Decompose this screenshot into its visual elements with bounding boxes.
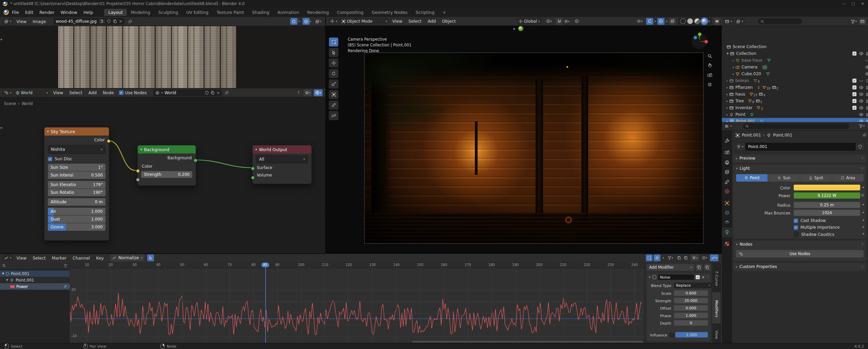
multiple-importance-checkbox[interactable]: ✓ [794, 225, 798, 230]
animate-color-dot[interactable] [863, 187, 864, 188]
workspace-tab-shading[interactable]: Shading [248, 9, 273, 16]
gizmo-z-dot[interactable] [694, 36, 697, 39]
parent-node-tree-icon[interactable]: ↑ [297, 90, 300, 95]
shading-dropdown[interactable]: ▾ [709, 20, 710, 23]
strength-input-socket[interactable] [136, 178, 140, 182]
menu-node[interactable]: Node [100, 90, 117, 95]
ozone-slider[interactable]: Ozone3.000 [48, 223, 105, 231]
pin-icon[interactable] [225, 90, 229, 95]
maximize-icon[interactable]: □ [851, 1, 855, 6]
menu-view[interactable]: View [14, 255, 30, 261]
outliner-row-point[interactable]: ▸ Point [722, 111, 868, 118]
workspace-tab-compositing[interactable]: Compositing [333, 9, 367, 16]
menu-select[interactable]: Select [405, 19, 425, 24]
offset-field[interactable]: 0.000 [674, 305, 708, 311]
expand-icon[interactable]: ▸ [727, 113, 728, 116]
sun-disc-checkbox[interactable]: ✓ [48, 157, 52, 161]
hide-eye-icon[interactable] [859, 105, 864, 110]
menu-render[interactable]: Render [36, 10, 58, 15]
normalize-toggle[interactable]: Normalize ▾ [110, 254, 144, 261]
properties-search-input[interactable] [743, 123, 849, 129]
altitude-field[interactable]: Altitude0 m [48, 198, 105, 206]
light-type-sun[interactable]: Sun [768, 174, 799, 182]
sun-elevation-field[interactable]: Sun Elevatio179° [48, 181, 105, 188]
image-datablock[interactable]: wood-45_diffuse.jpg 3 × [54, 18, 124, 25]
shader-type-select[interactable]: World ▾ [14, 89, 50, 96]
ghost-curves-icon[interactable]: ▾ [710, 254, 718, 261]
power-field[interactable]: 9.1222 W [794, 192, 860, 199]
exclude-checkbox[interactable]: ✓ [852, 106, 856, 110]
hide-eye-icon[interactable] [859, 51, 864, 56]
dust-slider[interactable]: Dust1.000 [48, 215, 105, 223]
hidden-eye-icon[interactable] [865, 58, 868, 63]
workspace-tab-modeling[interactable]: Modeling [127, 9, 154, 16]
shading-material-icon[interactable] [694, 18, 700, 24]
light-type-area[interactable]: Area [832, 174, 864, 182]
blend-type-dropdown[interactable]: Replace ▾ [674, 283, 712, 288]
menu-image[interactable]: Image [30, 19, 49, 24]
proportional-edit-icon[interactable]: ▾ [700, 254, 709, 261]
zoom-view-icon[interactable] [707, 54, 712, 59]
overlays-dropdown[interactable]: ▾ [310, 20, 311, 23]
show-hidden-toggle-icon[interactable] [654, 254, 660, 261]
hide-eye-icon[interactable] [859, 92, 864, 97]
outliner-row-scene-collection[interactable]: Scene Collection [722, 43, 868, 50]
animate-shadow-dot[interactable] [863, 220, 864, 221]
proportional-edit-icon[interactable] [573, 18, 580, 25]
expand-icon[interactable]: ▸ [727, 100, 728, 103]
blender-menu-icon[interactable] [3, 9, 9, 15]
shadow-caustics-checkbox[interactable] [794, 232, 799, 237]
channel-power-row[interactable]: Power ✓ [0, 283, 80, 290]
copy-icon[interactable] [211, 91, 215, 95]
channel-filter-icon[interactable] [63, 264, 67, 268]
output-target-dropdown[interactable]: All ▾ [256, 155, 308, 163]
workspace-tab-sculpting[interactable]: Sculpting [154, 9, 182, 16]
unlink-icon[interactable]: × [119, 19, 122, 24]
modifier-enable-checkbox[interactable]: ✓ [696, 275, 700, 279]
tab-constraints[interactable] [725, 210, 730, 215]
editor-type-button[interactable]: ▾ [328, 18, 340, 25]
mode-select[interactable]: Object Mode ▾ [340, 18, 389, 25]
delete-modifier-icon[interactable]: × [701, 275, 705, 280]
expand-icon[interactable]: ▼ [6, 279, 8, 282]
disable-render-icon[interactable] [866, 92, 868, 97]
sidebar-tab-modifiers[interactable]: Modifiers [712, 292, 721, 326]
close-icon[interactable]: × [861, 1, 865, 6]
drag-handle-icon[interactable]: ⠿ [861, 265, 864, 268]
hide-eye-icon[interactable] [865, 71, 868, 76]
outliner-row-pflanzen[interactable]: ▸ Pflanzen 10 2 ✓ [722, 84, 868, 91]
menu-select[interactable]: Select [66, 90, 85, 95]
fcurve-modifier-icon[interactable] [63, 285, 67, 288]
menu-add[interactable]: Add [85, 90, 100, 95]
gizmo-x-dot[interactable] [705, 40, 708, 43]
expand-icon[interactable]: ▸ [727, 79, 728, 82]
tab-view-layer[interactable] [725, 169, 730, 174]
tab-object[interactable] [725, 201, 730, 206]
air-slider[interactable]: Air1.000 [48, 208, 105, 215]
pivot-point-icon[interactable]: ▾ [545, 18, 554, 25]
snap-magnet-icon[interactable] [556, 18, 563, 25]
add-workspace-button[interactable]: + [439, 9, 450, 16]
exclude-checkbox[interactable]: ✓ [852, 79, 856, 83]
gizmos-toggle-icon[interactable] [646, 18, 653, 25]
workspace-tab-layout[interactable]: Layout [104, 9, 127, 16]
drag-handle-icon[interactable]: ⠿ [861, 167, 864, 170]
workspace-tab-geometry-nodes[interactable]: Geometry Nodes [368, 9, 411, 16]
outliner-row-collection[interactable]: ▼ Collection ✓ [722, 50, 868, 57]
expand-icon[interactable]: ▸ [733, 73, 734, 76]
channel-summary-row[interactable]: ▼ Point.001 [0, 270, 72, 277]
light-color-swatch[interactable] [794, 185, 860, 190]
cast-shadow-checkbox[interactable]: ✓ [794, 219, 798, 223]
expand-icon[interactable]: ▸ [727, 86, 728, 89]
surface-input-socket[interactable] [251, 167, 255, 170]
tool-scale[interactable] [329, 79, 339, 89]
background-output-socket[interactable] [194, 159, 197, 162]
filter-view-layer-button[interactable]: ▾ [735, 18, 745, 25]
add-modifier-dropdown[interactable]: Add Modifier ▾ [647, 264, 694, 271]
toolbar-expand-arrow[interactable]: ▸ [1, 126, 2, 129]
menu-view[interactable]: View [14, 19, 30, 24]
hide-eye-icon[interactable] [859, 85, 864, 90]
wood-texture-image[interactable] [58, 26, 237, 88]
outliner-row-camera[interactable]: ▸ Camera [722, 64, 868, 70]
editor-type-button[interactable]: ▾ [2, 18, 14, 25]
